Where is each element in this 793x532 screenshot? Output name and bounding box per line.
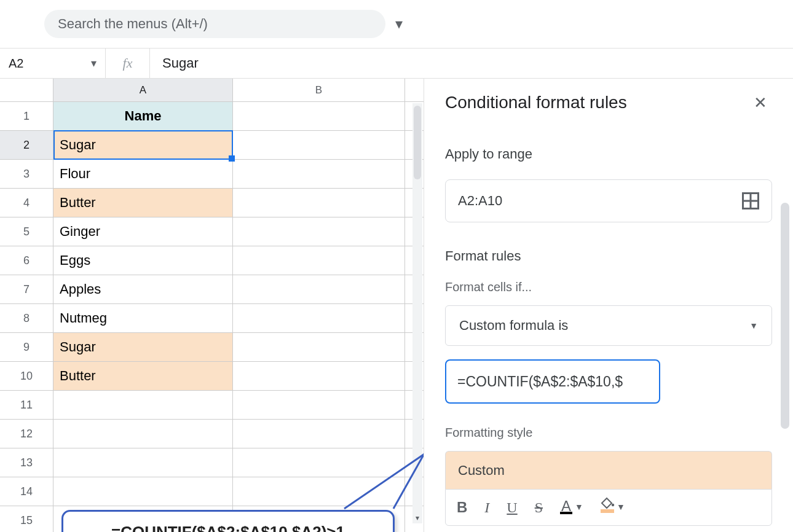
cell[interactable]: Flour [53, 160, 233, 188]
cell[interactable] [233, 275, 405, 303]
apply-to-range-field[interactable]: A2:A10 [445, 179, 772, 222]
row-header[interactable]: 14 [0, 477, 53, 506]
cell[interactable]: Butter [53, 362, 233, 390]
row-header[interactable]: 1 [0, 102, 53, 130]
menu-search-input[interactable]: Search the menus (Alt+/) [44, 10, 385, 38]
cell[interactable] [233, 477, 405, 506]
row-header[interactable]: 2 [0, 131, 53, 159]
cell[interactable]: Ginger [53, 217, 233, 246]
cell[interactable] [53, 448, 233, 477]
italic-button[interactable]: I [484, 499, 489, 516]
row-header[interactable]: 15 [0, 506, 53, 532]
table-row: 9Sugar [0, 333, 424, 362]
cell[interactable]: Butter [53, 189, 233, 217]
format-condition-value: Custom formula is [459, 318, 568, 334]
chevron-down-icon: ▼ [617, 503, 625, 512]
custom-formula-input[interactable]: =COUNTIF($A$2:$A$10,$ [445, 359, 660, 404]
cell[interactable] [233, 217, 405, 246]
vertical-scrollbar[interactable]: ▾ [412, 103, 422, 523]
cell[interactable] [233, 246, 405, 275]
chevron-down-icon: ▼ [575, 503, 583, 512]
row-header[interactable]: 3 [0, 160, 53, 188]
chevron-down-icon[interactable]: ▾ [393, 15, 405, 33]
fill-color-icon [601, 502, 614, 513]
table-row: 6Eggs [0, 246, 424, 275]
formula-callout: =COUNTIF($A$2:$A$10,$A2)>1 [61, 510, 395, 532]
row-header[interactable]: 9 [0, 333, 53, 361]
close-icon[interactable]: ✕ [749, 88, 772, 117]
column-header-b[interactable]: B [233, 79, 405, 101]
cell[interactable]: Sugar [53, 333, 233, 361]
row-header[interactable]: 8 [0, 304, 53, 332]
custom-formula-value: =COUNTIF($A$2:$A$10,$ [457, 374, 623, 390]
strikethrough-button[interactable]: S [535, 499, 543, 516]
menu-search-placeholder: Search the menus (Alt+/) [58, 16, 208, 32]
text-color-button[interactable]: A ▼ [560, 501, 583, 514]
cell[interactable] [233, 448, 405, 477]
format-cells-if-label: Format cells if... [445, 280, 772, 294]
spreadsheet-grid[interactable]: A B 1Name2Sugar3Flour4Butter5Ginger6Eggs… [0, 79, 424, 532]
conditional-format-sidebar: Conditional format rules ✕ Apply to rang… [424, 79, 793, 532]
name-box[interactable]: A2 ▾ [0, 49, 106, 78]
table-row: 5Ginger [0, 217, 424, 246]
formatting-style-toolbar: B I U S A ▼ ▼ [445, 489, 772, 526]
cell[interactable] [53, 391, 233, 419]
format-rules-label: Format rules [445, 248, 772, 264]
svg-point-2 [612, 504, 614, 506]
table-row: 7Apples [0, 275, 424, 304]
cell[interactable] [233, 304, 405, 332]
apply-to-range-label: Apply to range [445, 146, 772, 162]
cell[interactable]: Apples [53, 275, 233, 303]
chevron-down-icon: ▼ [749, 321, 758, 331]
table-row: 2Sugar [0, 131, 424, 160]
chevron-down-icon: ▾ [91, 57, 97, 70]
cell[interactable] [233, 102, 405, 130]
cell[interactable] [233, 160, 405, 188]
table-row: 4Butter [0, 189, 424, 217]
row-header[interactable]: 10 [0, 362, 53, 390]
cell[interactable]: Nutmeg [53, 304, 233, 332]
name-box-value: A2 [9, 57, 23, 71]
table-row: 3Flour [0, 160, 424, 189]
formula-bar-value: Sugar [162, 55, 199, 71]
cell[interactable] [53, 420, 233, 448]
row-header[interactable]: 11 [0, 391, 53, 419]
cell[interactable] [233, 391, 405, 419]
scroll-down-icon[interactable]: ▾ [412, 514, 422, 522]
table-row: 10Butter [0, 362, 424, 391]
cell[interactable] [233, 131, 405, 159]
table-row: 14 [0, 477, 424, 506]
cell[interactable] [233, 333, 405, 361]
formatting-style-preview[interactable]: Custom [445, 451, 772, 489]
underline-button[interactable]: U [507, 499, 517, 516]
table-row: 1Name [0, 102, 424, 131]
row-header[interactable]: 6 [0, 246, 53, 275]
row-header[interactable]: 4 [0, 189, 53, 217]
scrollbar-thumb[interactable] [414, 106, 421, 179]
column-header-a[interactable]: A [53, 79, 233, 101]
fill-color-button[interactable]: ▼ [601, 502, 625, 513]
cell[interactable]: Eggs [53, 246, 233, 275]
row-header[interactable]: 12 [0, 420, 53, 448]
cell[interactable] [53, 477, 233, 506]
sidebar-scrollbar[interactable] [781, 203, 789, 429]
formatting-style-label: Formatting style [445, 426, 772, 440]
row-header[interactable]: 5 [0, 217, 53, 246]
row-header[interactable]: 7 [0, 275, 53, 303]
format-condition-select[interactable]: Custom formula is ▼ [445, 305, 772, 346]
formula-bar-row: A2 ▾ fx Sugar [0, 48, 793, 79]
cell[interactable]: Name [53, 102, 233, 130]
select-range-icon[interactable] [742, 192, 759, 209]
sidebar-title: Conditional format rules [445, 93, 627, 112]
table-row: 8Nutmeg [0, 304, 424, 333]
formula-bar-input[interactable]: Sugar [150, 49, 793, 78]
table-row: 12 [0, 420, 424, 448]
apply-to-range-value: A2:A10 [458, 193, 502, 209]
cell[interactable] [233, 362, 405, 390]
cell[interactable]: Sugar [53, 131, 233, 159]
cell[interactable] [233, 189, 405, 217]
cell[interactable] [233, 420, 405, 448]
row-header[interactable]: 13 [0, 448, 53, 477]
select-all-corner[interactable] [0, 79, 53, 101]
bold-button[interactable]: B [457, 499, 467, 516]
